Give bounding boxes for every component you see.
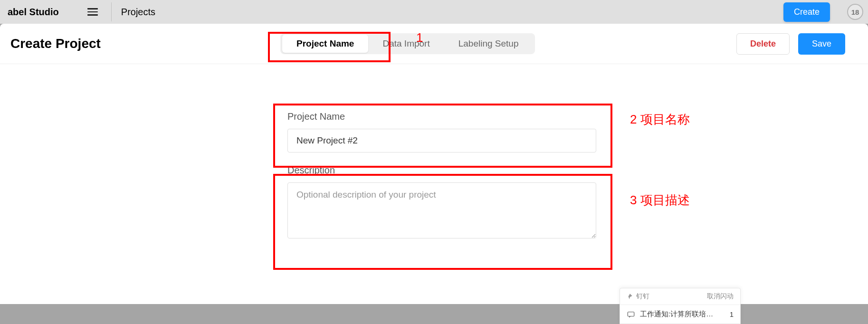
create-button[interactable]: Create xyxy=(783,2,830,22)
modal-header-actions: Delete Save xyxy=(736,33,845,55)
modal-tab-strip: Project Name Data Import Labeling Setup xyxy=(280,33,535,54)
notification-brand: 钉钉 xyxy=(627,292,649,301)
notification-header: 钉钉 取消闪动 xyxy=(620,288,740,305)
tab-data-import[interactable]: Data Import xyxy=(368,35,444,53)
breadcrumb[interactable]: Projects xyxy=(121,7,155,18)
notification-message-count: 1 xyxy=(730,310,734,318)
notification-count-badge[interactable]: 18 xyxy=(847,4,863,20)
description-textarea[interactable] xyxy=(287,182,596,238)
tab-labeling-setup[interactable]: Labeling Setup xyxy=(444,35,533,53)
hamburger-icon[interactable] xyxy=(87,8,98,16)
tab-project-name[interactable]: Project Name xyxy=(282,35,368,53)
dingtalk-notification-popup[interactable]: 钉钉 取消闪动 工作通知:计算所联培… 1 xyxy=(620,288,741,324)
project-name-field-group: Project Name xyxy=(287,111,601,152)
svg-rect-0 xyxy=(628,312,634,316)
save-button[interactable]: Save xyxy=(798,33,845,55)
message-icon xyxy=(627,310,635,319)
annotation-label-3: 3 项目描述 xyxy=(630,192,690,209)
project-name-input[interactable] xyxy=(287,129,596,152)
modal-header: Create Project Project Name Data Import … xyxy=(0,24,868,64)
create-project-modal: Create Project Project Name Data Import … xyxy=(0,24,868,304)
header-divider xyxy=(111,2,112,21)
app-brand-text: abel Studio xyxy=(8,7,59,18)
app-header: abel Studio Projects Create 18 xyxy=(0,0,868,24)
annotation-label-1: 1 xyxy=(416,30,423,45)
notification-dismiss-action[interactable]: 取消闪动 xyxy=(707,292,734,301)
notification-message: 工作通知:计算所联培… xyxy=(640,310,722,319)
form-container: Project Name Description xyxy=(273,104,615,248)
description-field-group: Description xyxy=(287,165,601,240)
modal-title: Create Project xyxy=(10,36,101,51)
notification-brand-text: 钉钉 xyxy=(636,292,649,301)
annotation-label-2: 2 项目名称 xyxy=(630,111,690,128)
project-name-label: Project Name xyxy=(287,111,601,122)
notification-body[interactable]: 工作通知:计算所联培… 1 xyxy=(620,305,740,324)
description-label: Description xyxy=(287,165,601,176)
dingtalk-icon xyxy=(627,293,633,300)
delete-button[interactable]: Delete xyxy=(736,33,790,55)
